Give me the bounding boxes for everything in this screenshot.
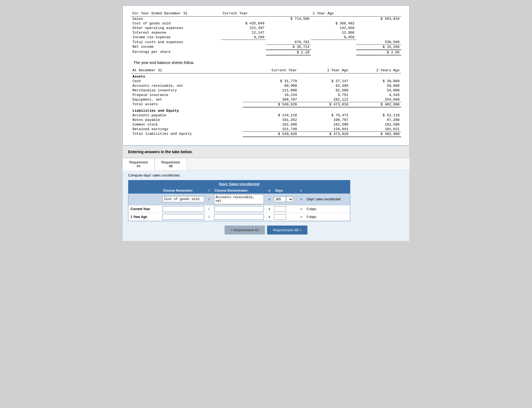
cogs-prior-indent: $ 366,492 xyxy=(311,21,356,26)
example-days-dropdown[interactable]: ▼ xyxy=(286,197,293,202)
current-year-days-cell xyxy=(273,205,297,213)
total-costs-current: 678,782 xyxy=(266,40,311,45)
cogs-prior-empty xyxy=(356,21,401,26)
dsu-prior-year-row: 1 Year Ago / x = 0 days xyxy=(128,213,350,221)
income-col4-header: 1 Year Ago xyxy=(311,11,356,17)
tab-content: Compute days' sales uncollected. Days' S… xyxy=(122,171,410,241)
current-year-numerator-input[interactable] xyxy=(163,206,204,212)
notes-1y: 106,797 xyxy=(299,118,350,122)
total-assets-label: Total assets xyxy=(131,102,243,107)
eps-label: Earnings per share xyxy=(131,50,221,55)
dsu-header-days: Days xyxy=(273,188,297,194)
tax-current: 9,289 xyxy=(221,35,266,40)
tab-requirement-4b[interactable]: Requirement4B xyxy=(155,158,187,170)
dsu-header-denominator: Choose Denominator: xyxy=(212,188,265,194)
assets-label: Assets xyxy=(131,73,401,79)
current-year-numerator xyxy=(161,205,206,213)
cogs-row: Cost of goods sold $ 435,849 $ 366,492 xyxy=(131,21,401,26)
total-costs-label: Total costs and expenses xyxy=(131,40,221,45)
net-income-prior: $ 33,266 xyxy=(356,44,401,50)
income-col3-header xyxy=(266,11,311,17)
example-days-cell: ▼ xyxy=(273,196,297,203)
stock-2y: 162,500 xyxy=(350,122,401,127)
income-col1-header: For Year Ended December 31 xyxy=(131,11,221,17)
ap-row: Accounts payable $ 134,118 $ 78,472 $ 52… xyxy=(131,113,401,118)
net-income-row: Net income $ 35,724 $ 33,266 xyxy=(131,44,401,50)
total-costs-prior: 530,568 xyxy=(356,40,401,45)
current-year-days-input[interactable] xyxy=(274,206,286,212)
prior-year-label: 1 Year Ago xyxy=(128,214,161,220)
opex-current: 221,497 xyxy=(221,26,266,30)
stock-cy: 162,500 xyxy=(243,122,299,127)
prior-year-days-cell xyxy=(273,213,297,220)
retained-2y: 101,021 xyxy=(350,127,401,132)
dsu-header-x: x xyxy=(265,188,273,194)
stock-row: Common stock 162,500 162,500 162,500 xyxy=(131,122,401,127)
liab-equity-label: Liabilities and Equity xyxy=(131,107,401,113)
equip-1y: 282,112 xyxy=(299,97,350,102)
bottom-nav: < Requirement 4A Requirement 4B > xyxy=(128,226,404,237)
cash-row: Cash $ 31,779 $ 37,147 $ 39,089 xyxy=(131,79,401,83)
next-button[interactable]: Requirement 4B > xyxy=(267,226,307,234)
interest-row: Interest expense 12,147 12,968 xyxy=(131,30,401,35)
prev-button[interactable]: < Requirement 4A xyxy=(225,226,265,234)
inv-1y: 82,500 xyxy=(299,88,350,93)
dsu-header-row: Choose Numerator: / Choose Denominator: … xyxy=(128,188,350,194)
prepaid-cy: 10,234 xyxy=(243,93,299,97)
sales-prior-val: $ 563,834 xyxy=(356,17,401,21)
ap-cy: $ 134,118 xyxy=(243,113,299,118)
dsu-table: Days' Sales Uncollected Choose Numerator… xyxy=(128,180,350,221)
dsu-example-row: Cost of goods sold / Accounts receivable… xyxy=(128,194,350,205)
dsu-current-year-row: Current Year / x = 0 days xyxy=(128,205,350,213)
example-row-label xyxy=(128,198,161,201)
prior-year-denominator-input[interactable] xyxy=(214,214,264,220)
inventory-row: Merchandise inventory 111,000 82,500 54,… xyxy=(131,88,401,93)
current-year-label: Current Year xyxy=(128,206,161,212)
current-year-result: 0 days xyxy=(305,206,350,212)
ap-1y: $ 78,472 xyxy=(299,113,350,118)
cogs-current-indent: $ 435,849 xyxy=(221,21,266,26)
interest-label: Interest expense xyxy=(131,30,221,35)
cash-2y: $ 39,089 xyxy=(350,79,401,83)
retained-1y: 126,041 xyxy=(299,127,350,132)
current-year-denominator-input[interactable] xyxy=(214,206,264,212)
retained-row: Retained earnings 151,740 126,041 101,02… xyxy=(131,127,401,132)
prior-year-numerator-input[interactable] xyxy=(163,214,204,220)
compute-text: Compute days' sales uncollected. xyxy=(128,173,404,177)
income-col2-header: Current Year xyxy=(221,11,266,17)
bs-col2-header: Current Year xyxy=(243,68,299,73)
dsu-title: Days' Sales Uncollected xyxy=(128,180,350,188)
ar-cy: 89,900 xyxy=(243,83,299,88)
sales-label: Sales xyxy=(131,17,221,21)
example-div: / xyxy=(206,197,212,202)
dsu-header-eq: = xyxy=(297,188,305,194)
current-year-div: / xyxy=(206,206,212,212)
tabs-container: Requirement4A Requirement4B xyxy=(122,158,410,171)
ar-1y: 62,300 xyxy=(299,83,350,88)
total-liab-cy: $ 549,620 xyxy=(243,131,299,137)
sales-current xyxy=(221,17,266,21)
net-income-current: $ 35,724 xyxy=(266,44,311,50)
bs-header-row: At December 31 Current Year 1 Year Ago 2… xyxy=(131,68,401,73)
ap-label: Accounts payable xyxy=(131,113,243,118)
total-costs-row: Total costs and expenses 678,782 530,568 xyxy=(131,40,401,45)
inv-2y: 54,000 xyxy=(350,88,401,93)
current-year-denominator xyxy=(212,205,266,213)
sales-current-val: $ 714,506 xyxy=(266,17,311,21)
prior-year-days-input[interactable] xyxy=(274,214,286,220)
ar-2y: 50,800 xyxy=(350,83,401,88)
eps-current: $ 2.20 xyxy=(266,50,311,55)
sales-row: Sales $ 714,506 $ 563,834 xyxy=(131,17,401,21)
notes-label: Notes payable xyxy=(131,118,243,122)
total-liab-1y: $ 473,810 xyxy=(299,131,350,137)
ap-2y: $ 52,119 xyxy=(350,113,401,118)
tab-requirement-4a[interactable]: Requirement4A xyxy=(122,158,155,171)
example-days-input[interactable] xyxy=(274,197,286,202)
tax-row: Income tax expense 9,289 8,458 xyxy=(131,35,401,40)
sales-prior xyxy=(311,17,356,21)
example-numerator: Cost of goods sold xyxy=(161,195,206,203)
total-assets-2y: $ 402,900 xyxy=(350,102,401,107)
opex-label: Other operating expenses xyxy=(131,26,221,30)
tab-4a-label: Requirement4A xyxy=(129,160,148,168)
equipment-label: Equipment, net xyxy=(131,97,243,102)
